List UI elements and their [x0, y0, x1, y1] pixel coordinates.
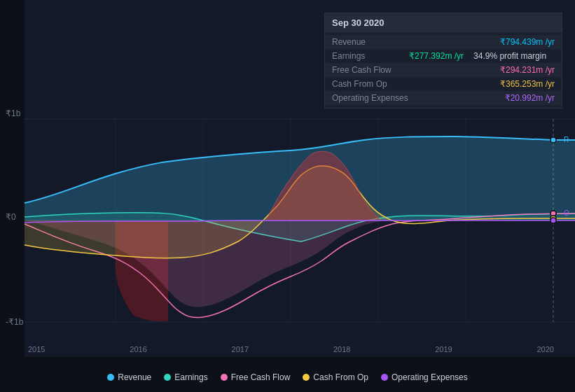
x-label-2019: 2019 — [435, 345, 452, 354]
tooltip-cashop-value: ₹365.253m /yr — [500, 79, 555, 89]
x-label-2015: 2015 — [28, 345, 45, 354]
legend-opex-dot — [381, 374, 388, 381]
legend-revenue[interactable]: Revenue — [107, 372, 151, 382]
tooltip-body: Revenue ₹794.439m /yr Earnings ₹277.392m… — [325, 32, 562, 108]
tooltip-fcf-row: Free Cash Flow ₹294.231m /yr — [325, 63, 562, 77]
svg-text:O: O — [564, 209, 569, 217]
legend-revenue-label: Revenue — [118, 372, 151, 382]
tooltip-revenue-value: ₹794.439m /yr — [500, 37, 555, 47]
tooltip-cashop-row: Cash From Op ₹365.253m /yr — [325, 77, 562, 91]
tooltip-revenue-label: Revenue — [332, 37, 409, 47]
svg-text:R: R — [564, 136, 569, 144]
tooltip-opex-label: Operating Expenses — [332, 93, 409, 103]
tooltip-earnings-row: Earnings ₹277.392m /yr 34.9% profit marg… — [325, 49, 562, 63]
legend-earnings-dot — [164, 374, 171, 381]
legend-revenue-dot — [107, 374, 114, 381]
y-label-bottom: -₹1b — [6, 317, 23, 327]
tooltip-fcf-value: ₹294.231m /yr — [500, 65, 555, 75]
tooltip-header: Sep 30 2020 — [325, 13, 562, 32]
tooltip-earnings-value: ₹277.392m /yr — [409, 51, 464, 61]
tooltip-revenue-row: Revenue ₹794.439m /yr — [325, 35, 562, 49]
tooltip-opex-row: Operating Expenses ₹20.992m /yr — [325, 91, 562, 105]
x-label-2016: 2016 — [130, 345, 146, 354]
tooltip-margin-value: 34.9% profit margin — [473, 51, 546, 61]
svg-point-14 — [550, 218, 556, 223]
x-label-2020: 2020 — [536, 345, 553, 354]
legend-opex-label: Operating Expenses — [392, 372, 468, 382]
legend-earnings-label: Earnings — [174, 372, 207, 382]
tooltip-fcf-label: Free Cash Flow — [332, 65, 409, 75]
svg-point-10 — [550, 137, 556, 143]
y-label-zero: ₹0 — [6, 212, 16, 222]
x-label-2018: 2018 — [333, 345, 350, 354]
tooltip-earnings-label: Earnings — [332, 51, 409, 61]
legend-fcf[interactable]: Free Cash Flow — [221, 372, 291, 382]
chart-legend: Revenue Earnings Free Cash Flow Cash Fro… — [0, 372, 575, 382]
legend-cashop-dot — [303, 374, 310, 381]
y-label-top: ₹1b — [6, 108, 20, 118]
legend-fcf-dot — [221, 374, 228, 381]
tooltip-box: Sep 30 2020 Revenue ₹794.439m /yr Earnin… — [324, 13, 562, 108]
legend-fcf-label: Free Cash Flow — [231, 372, 291, 382]
legend-earnings[interactable]: Earnings — [164, 372, 207, 382]
chart-container: R O ₹1b ₹0 -₹1b 2015 2016 2017 2018 2019… — [0, 0, 575, 392]
legend-cashop[interactable]: Cash From Op — [303, 372, 368, 382]
tooltip-cashop-label: Cash From Op — [332, 79, 409, 89]
x-label-2017: 2017 — [232, 345, 249, 354]
legend-opex[interactable]: Operating Expenses — [381, 372, 468, 382]
x-axis-labels: 2015 2016 2017 2018 2019 2020 — [14, 345, 568, 354]
tooltip-opex-value: ₹20.992m /yr — [505, 93, 555, 103]
legend-cashop-label: Cash From Op — [313, 372, 368, 382]
